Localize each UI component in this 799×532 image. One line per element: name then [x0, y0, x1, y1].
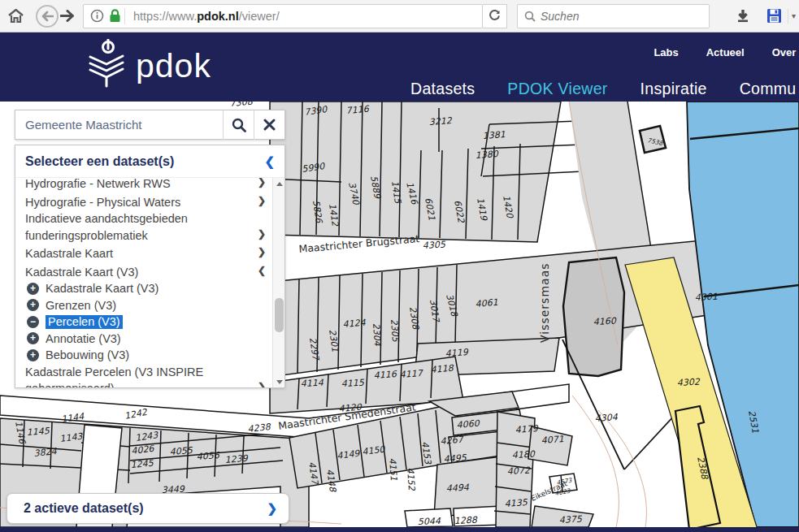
urlbar-divider [124, 8, 125, 24]
location-search-button[interactable] [224, 110, 254, 140]
parcel-label: 4056 [196, 450, 220, 462]
collapse-icon[interactable]: ❮ [254, 262, 269, 281]
parcel-label: 4124 [342, 318, 367, 330]
nav-inspiratie[interactable]: Inspiratie [641, 80, 707, 98]
parcel-label: 4116 [373, 369, 397, 381]
dataset-item[interactable]: −Percelen (V3) [25, 314, 269, 331]
parcel-label: 4118 [430, 363, 454, 375]
plus-icon[interactable]: + [27, 299, 39, 311]
parcel-label: 4114 [300, 377, 324, 388]
parcel-label: 4071 [541, 434, 564, 446]
parcel-label: 4061 [475, 297, 498, 309]
parcel-label: 4152 [405, 467, 417, 491]
dataset-list-scrollbar[interactable] [272, 178, 284, 387]
scrollbar-thumb[interactable] [275, 298, 284, 332]
expand-icon[interactable]: ❯ [254, 178, 269, 192]
forward-button[interactable] [57, 6, 78, 27]
expand-icon[interactable]: ❯ [254, 192, 269, 211]
parcel-label: 4495 [443, 452, 467, 465]
parcel-label: 3212 [428, 115, 453, 128]
parcel-label: 2305 [389, 318, 401, 343]
dataset-item[interactable]: +Bebouwing (V3) [25, 347, 269, 364]
dataset-panel: Selecteer een dataset(s) ❮ Hydrografie -… [15, 145, 285, 388]
save-page-icon[interactable] [762, 4, 786, 28]
expand-active-datasets-chevron[interactable]: ❯ [267, 501, 277, 516]
parcel-label: 4179 [515, 423, 539, 435]
nav-community[interactable]: Commu [740, 80, 797, 98]
downloads-icon[interactable] [729, 4, 757, 28]
parcel-label: 4151 [387, 457, 399, 481]
parcel-label: 4304 [594, 412, 619, 424]
street-label: Vissersmaas [538, 263, 551, 344]
dataset-panel-title: Selecteer een dataset(s) [25, 154, 174, 169]
nav-pdok-viewer[interactable]: PDOK Viewer [507, 80, 607, 98]
parcel-label: 1245 [130, 458, 154, 470]
dataset-item[interactable]: +Annotatie (V3) [25, 331, 269, 348]
footer-strip [0, 527, 799, 532]
url-text[interactable]: https://www.pdok.nl/viewer/ [133, 10, 280, 23]
dataset-item[interactable]: Kadastrale Percelen (V3 INSPIRE geharmon… [25, 364, 269, 388]
logo-wordmark: pdok [136, 47, 211, 85]
scroll-up-icon[interactable] [273, 178, 285, 189]
dataset-item[interactable]: Indicatieve aandachtsgebieden funderings… [25, 210, 269, 244]
dataset-item[interactable]: Hydrografie - Physical Waters❯ [25, 192, 269, 211]
parcel-label: 4375 [558, 513, 583, 525]
dataset-item-label: Kadastrale Kaart (V3) [46, 280, 269, 297]
parcel-label: 4160 [593, 315, 617, 327]
nav-datasets[interactable]: Datasets [410, 80, 475, 98]
plus-icon[interactable]: + [27, 332, 39, 344]
dataset-item-label: Grenzen (V3) [46, 297, 269, 314]
plus-icon[interactable]: + [27, 283, 39, 295]
dataset-item-label: Kadastrale Kaart [25, 245, 254, 262]
location-search-input[interactable] [15, 118, 223, 132]
header-main-nav: Datasets PDOK Viewer Inspiratie Commu [410, 80, 796, 98]
search-icon [524, 11, 536, 22]
reload-button[interactable] [483, 4, 507, 28]
collapse-panel-chevron[interactable]: ❮ [264, 154, 275, 169]
parcel-label: 1144 [61, 411, 86, 425]
lock-icon[interactable] [109, 9, 121, 23]
minus-icon[interactable]: − [27, 316, 39, 328]
top-link-labs[interactable]: Labs [654, 46, 678, 58]
top-link-over-pdok[interactable]: Over PD [772, 46, 799, 58]
parcel-label: 1288 [454, 514, 478, 526]
dataset-item-label: Indicatieve aandachtsgebieden funderings… [25, 210, 254, 244]
back-button[interactable] [36, 5, 59, 28]
dataset-item[interactable]: Hydrografie - Netwerk RWS❯ [25, 178, 269, 192]
dataset-item-label: Kadastrale Percelen (V3 INSPIRE geharmon… [25, 364, 254, 388]
parcel-label: 4117 [399, 368, 424, 380]
parcel-label: 5044 [418, 516, 441, 527]
parcel-label: 4055 [169, 445, 193, 457]
browser-search-field[interactable] [517, 4, 710, 28]
dataset-item[interactable]: +Kadastrale Kaart (V3) [25, 280, 269, 297]
pdok-logo[interactable]: pdok [84, 39, 211, 91]
save-dropdown-caret[interactable]: ▾ [788, 9, 796, 24]
header-top-links: Labs Actueel Over PD [654, 46, 799, 58]
dataset-item[interactable]: Kadastrale Kaart (V3)❮ [25, 262, 269, 281]
parcel-label: 4302 [676, 376, 701, 387]
pdok-logo-icon [84, 39, 129, 91]
parcel-label: 4119 [445, 347, 469, 359]
top-link-actueel[interactable]: Actueel [706, 46, 745, 58]
close-search-button[interactable] [254, 110, 284, 140]
parcel-label: 1380 [475, 149, 499, 161]
expand-icon[interactable]: ❯ [254, 244, 269, 262]
parcel-label: 1145 [26, 426, 50, 438]
location-search-panel [15, 110, 285, 140]
dataset-item[interactable]: Kadastrale Kaart❯ [25, 244, 269, 262]
parcel-label: 4115 [341, 377, 365, 388]
scroll-down-icon[interactable] [273, 376, 285, 387]
expand-icon[interactable]: ❯ [254, 378, 269, 387]
pdok-viewer-window: https://www.pdok.nl/viewer/ ▾ [0, 0, 799, 532]
address-bar[interactable]: https://www.pdok.nl/viewer/ [83, 4, 483, 28]
home-icon[interactable] [3, 4, 28, 28]
active-datasets-bar[interactable]: 2 actieve dataset(s) ❯ [7, 493, 289, 524]
dataset-list: Hydrografie - Netwerk RWS❯Hydrografie - … [15, 178, 272, 387]
browser-toolbar: https://www.pdok.nl/viewer/ ▾ [0, 0, 799, 32]
parcel-label: 4305 [422, 239, 446, 250]
plus-icon[interactable]: + [27, 349, 39, 361]
dataset-item[interactable]: +Grenzen (V3) [25, 297, 269, 314]
page-info-icon[interactable] [90, 9, 104, 23]
expand-icon[interactable]: ❯ [254, 226, 269, 244]
browser-search-input[interactable] [541, 10, 687, 23]
